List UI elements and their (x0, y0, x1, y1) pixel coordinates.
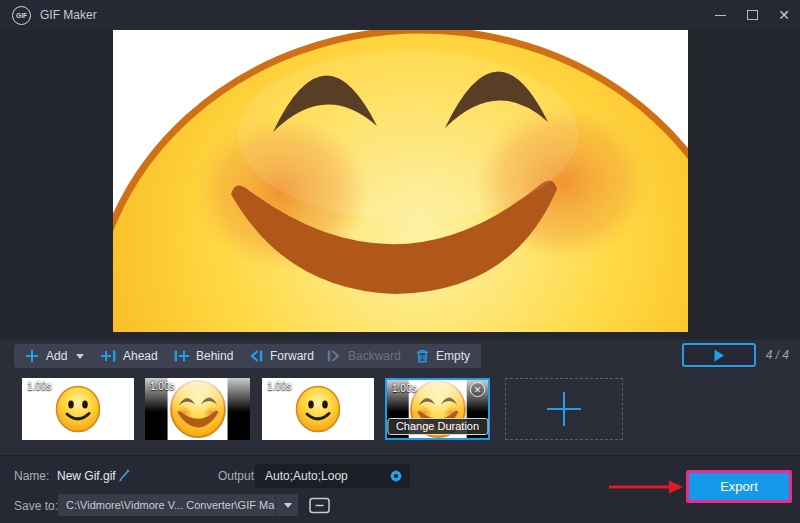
export-button-label: Export (720, 479, 758, 494)
timeline: 1.00s 1.00s 1.00s 1.00s ✕ Change Duratio… (0, 372, 800, 452)
preview-area (0, 30, 800, 340)
ahead-button-label: Ahead (123, 349, 158, 363)
window-title: GIF Maker (40, 8, 97, 22)
save-path-value: C:\Vidmore\Vidmore V... Converter\GIF Ma… (58, 499, 275, 511)
chevron-down-icon (76, 354, 84, 359)
ahead-button[interactable]: Ahead (90, 344, 169, 368)
bar-chevron-right-icon (327, 349, 341, 363)
add-button[interactable]: Add (14, 344, 95, 368)
frame-duration: 1.00s (27, 381, 51, 392)
gif-maker-window: GIF GIF Maker ✕ Add (0, 0, 800, 523)
backward-button: Backward (316, 344, 412, 368)
annotation-arrow (608, 479, 684, 495)
frame-duration: 1.00s (392, 383, 416, 394)
maximize-button[interactable] (736, 0, 768, 30)
settings-panel: Name: New Gif.gif Output: Auto;Auto;Loop… (0, 455, 800, 523)
minimize-button[interactable] (704, 0, 736, 30)
close-icon: ✕ (778, 8, 790, 22)
change-duration-button[interactable]: Change Duration (387, 418, 488, 435)
open-folder-button[interactable] (306, 495, 332, 515)
frame-counter: 4 / 4 (766, 348, 789, 362)
timeline-frame-3[interactable]: 1.00s (262, 378, 374, 440)
frame-duration: 1.00s (267, 381, 291, 392)
minimize-icon (715, 15, 726, 16)
forward-button-label: Forward (270, 349, 314, 363)
titlebar: GIF GIF Maker ✕ (0, 0, 800, 30)
plus-bar-icon (101, 349, 116, 363)
play-icon (713, 349, 725, 362)
chevron-down-icon[interactable] (276, 503, 298, 508)
output-field[interactable]: Auto;Auto;Loop (255, 464, 410, 488)
close-icon: ✕ (474, 385, 482, 395)
play-button[interactable] (682, 343, 756, 367)
gear-icon[interactable] (388, 468, 404, 484)
name-value: New Gif.gif (57, 469, 116, 483)
edit-name-pencil-icon[interactable] (116, 468, 131, 483)
toolbar: Add Ahead Behind Forward Backward Empty (0, 342, 800, 372)
bar-plus-icon (174, 349, 189, 363)
save-path-dropdown[interactable]: C:\Vidmore\Vidmore V... Converter\GIF Ma… (58, 494, 298, 516)
timeline-frame-4-selected[interactable]: 1.00s ✕ Change Duration (385, 378, 490, 440)
trash-icon (416, 349, 429, 363)
add-button-label: Add (46, 349, 67, 363)
smiley-preview-image (113, 30, 688, 332)
forward-button[interactable]: Forward (238, 344, 325, 368)
output-label: Output: (218, 469, 257, 483)
window-controls: ✕ (704, 0, 800, 30)
timeline-frame-1[interactable]: 1.00s (22, 378, 134, 440)
folder-icon (309, 497, 330, 514)
maximize-icon (747, 10, 758, 20)
name-label: Name: (14, 469, 49, 483)
empty-button[interactable]: Empty (405, 344, 481, 368)
smiley-closed-eyes-thumbnail (168, 379, 228, 439)
close-button[interactable]: ✕ (768, 0, 800, 30)
preview-canvas (113, 30, 688, 332)
smiley-open-eyes-thumbnail (293, 384, 343, 434)
gif-logo-icon: GIF (12, 6, 31, 25)
empty-button-label: Empty (436, 349, 470, 363)
chevron-left-bar-icon (249, 349, 263, 363)
save-to-label: Save to: (14, 499, 58, 513)
smiley-open-eyes-thumbnail (53, 384, 103, 434)
output-value: Auto;Auto;Loop (265, 469, 388, 483)
backward-button-label: Backward (348, 349, 401, 363)
timeline-frame-2[interactable]: 1.00s (145, 378, 250, 440)
frame-duration: 1.00s (150, 381, 174, 392)
plus-icon (25, 349, 39, 363)
add-frame-button[interactable] (505, 378, 623, 440)
export-button[interactable]: Export (686, 470, 792, 503)
plus-icon (546, 390, 582, 428)
behind-button-label: Behind (196, 349, 233, 363)
frame-close-button[interactable]: ✕ (470, 382, 485, 397)
behind-button[interactable]: Behind (163, 344, 244, 368)
